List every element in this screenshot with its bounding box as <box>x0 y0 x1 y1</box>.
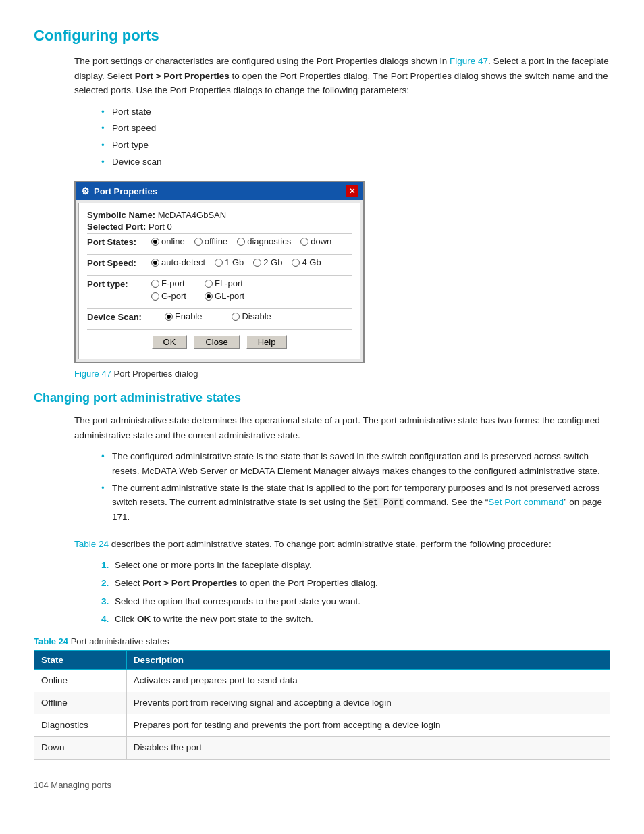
procedure-steps: Select one or more ports in the faceplat… <box>101 558 610 626</box>
port-speed-4gb[interactable]: 4 Gb <box>292 257 321 267</box>
close-button[interactable]: Close <box>194 335 239 349</box>
dialog-title-left: ⚙ Port Properties <box>81 186 157 197</box>
radio-diagnostics[interactable] <box>237 238 245 246</box>
port-speed-label: Port Speed: <box>87 257 151 268</box>
radio-gl-port[interactable] <box>205 292 213 301</box>
port-speed-options: auto-detect 1 Gb 2 Gb 4 Gb <box>151 257 321 267</box>
figure-label: Figure 47 <box>74 369 111 379</box>
section2-bullets: The configured administrative state is t… <box>101 449 610 524</box>
radio-down[interactable] <box>300 238 308 246</box>
table-ref-para: Table 24 describes the port administrati… <box>74 537 610 552</box>
dialog-titlebar: ⚙ Port Properties ✕ <box>76 182 363 200</box>
port-type-options: F-port FL-port G-port GL-port <box>151 278 244 301</box>
bullet-item: Port type <box>101 138 610 153</box>
port-type-label: Port type: <box>87 278 151 289</box>
radio-fl-port[interactable] <box>205 280 213 288</box>
table-cell-state: Online <box>34 669 127 692</box>
symbolic-name-label: Symbolic Name: <box>87 210 155 220</box>
device-scan-row: Device Scan: Enable Disable <box>87 308 352 325</box>
port-type-f[interactable]: F-port <box>151 278 191 288</box>
table-row: OfflinePrevents port from receiving sign… <box>34 692 610 714</box>
table-caption: Table 24 Port administrative states <box>34 636 610 646</box>
section2-para1: The port administrative state determines… <box>74 413 610 442</box>
page-title: Configuring ports <box>34 27 610 45</box>
radio-g-port[interactable] <box>151 292 159 301</box>
dialog-buttons: OK Close Help <box>87 329 352 352</box>
step-2: Select Port > Port Properties to open th… <box>101 576 610 591</box>
device-scan-options: Enable Disable <box>165 311 271 321</box>
step-4: Click OK to write the new port state to … <box>101 612 610 627</box>
dialog-title-label: Port Properties <box>94 186 157 197</box>
bullet-item: Port speed <box>101 121 610 136</box>
col-description: Description <box>126 650 610 669</box>
table-row: DiagnosticsPrepares port for testing and… <box>34 714 610 737</box>
port-type-fl[interactable]: FL-port <box>205 278 244 288</box>
figure-47-link[interactable]: Figure 47 <box>450 56 488 66</box>
bullet-list: Port state Port speed Port type Device s… <box>101 105 610 169</box>
port-state-online[interactable]: online <box>151 236 185 246</box>
figure-caption-text: Port Properties dialog <box>114 369 198 379</box>
selected-port-value: Port 0 <box>149 221 172 232</box>
page-footer: 104 Managing ports <box>34 780 610 790</box>
table-cell-description: Prepares port for testing and prevents t… <box>126 714 610 737</box>
port-type-gl[interactable]: GL-port <box>205 291 244 301</box>
selected-port-label: Selected Port: <box>87 221 146 232</box>
port-state-diagnostics[interactable]: diagnostics <box>237 236 291 246</box>
port-type-row: Port type: F-port FL-port G-port <box>87 275 352 304</box>
radio-4gb[interactable] <box>292 259 300 267</box>
table-cell-description: Activates and prepares port to send data <box>126 669 610 692</box>
device-scan-label: Device Scan: <box>87 311 151 322</box>
table-cell-state: Diagnostics <box>34 714 127 737</box>
step-3: Select the option that corresponds to th… <box>101 594 610 609</box>
table-cell-description: Prevents port from receiving signal and … <box>126 692 610 714</box>
set-port-code: Set Port <box>363 498 404 508</box>
selected-port-row: Selected Port: Port 0 <box>87 221 352 232</box>
table-label: Table 24 <box>34 636 68 646</box>
port-speed-auto[interactable]: auto-detect <box>151 257 205 267</box>
port-type-g[interactable]: G-port <box>151 291 191 301</box>
ok-button[interactable]: OK <box>152 335 188 349</box>
device-scan-enable[interactable]: Enable <box>165 311 202 321</box>
intro-paragraph: The port settings or characteristics are… <box>74 54 610 98</box>
radio-disable[interactable] <box>232 313 240 321</box>
table-header-row: State Description <box>34 650 610 669</box>
figure-caption: Figure 47 Port Properties dialog <box>74 369 610 379</box>
radio-enable[interactable] <box>165 313 173 321</box>
port-speed-2gb[interactable]: 2 Gb <box>253 257 282 267</box>
table-cell-description: Disables the port <box>126 737 610 759</box>
radio-offline[interactable] <box>194 238 203 246</box>
port-properties-dialog: ⚙ Port Properties ✕ Symbolic Name: McDAT… <box>74 181 365 363</box>
section2-title: Changing port administrative states <box>34 391 610 405</box>
table-caption-text: Port administrative states <box>71 636 169 646</box>
set-port-command-link[interactable]: Set Port command <box>488 497 564 507</box>
symbolic-name-row: Symbolic Name: McDATA4GbSAN <box>87 210 352 220</box>
port-states-table: State Description OnlineActivates and pr… <box>34 650 610 760</box>
radio-auto-detect[interactable] <box>151 259 159 267</box>
col-state: State <box>34 650 127 669</box>
port-states-label: Port States: <box>87 236 151 247</box>
table-row: OnlineActivates and prepares port to sen… <box>34 669 610 692</box>
port-state-offline[interactable]: offline <box>194 236 227 246</box>
radio-f-port[interactable] <box>151 280 159 288</box>
radio-1gb[interactable] <box>215 259 223 267</box>
gear-icon: ⚙ <box>81 186 90 197</box>
bullet-item: Device scan <box>101 155 610 170</box>
step-1: Select one or more ports in the faceplat… <box>101 558 610 573</box>
section2-bullet2: The current administrative state is the … <box>101 481 610 525</box>
dialog-close-button[interactable]: ✕ <box>346 185 358 197</box>
dialog-body: Symbolic Name: McDATA4GbSAN Selected Por… <box>78 203 360 359</box>
table-row: DownDisables the port <box>34 737 610 759</box>
bullet-item: Port state <box>101 105 610 120</box>
port-states-row: Port States: online offline diagnostics <box>87 233 352 250</box>
table-24-link[interactable]: Table 24 <box>74 539 109 549</box>
device-scan-disable[interactable]: Disable <box>232 311 271 321</box>
radio-2gb[interactable] <box>253 259 261 267</box>
radio-online[interactable] <box>151 238 159 246</box>
port-speed-row: Port Speed: auto-detect 1 Gb 2 Gb <box>87 254 352 271</box>
port-state-down[interactable]: down <box>300 236 331 246</box>
table-cell-state: Down <box>34 737 127 759</box>
port-states-options: online offline diagnostics down <box>151 236 331 246</box>
help-button[interactable]: Help <box>246 335 288 349</box>
symbolic-name-value: McDATA4GbSAN <box>158 210 226 220</box>
port-speed-1gb[interactable]: 1 Gb <box>215 257 244 267</box>
